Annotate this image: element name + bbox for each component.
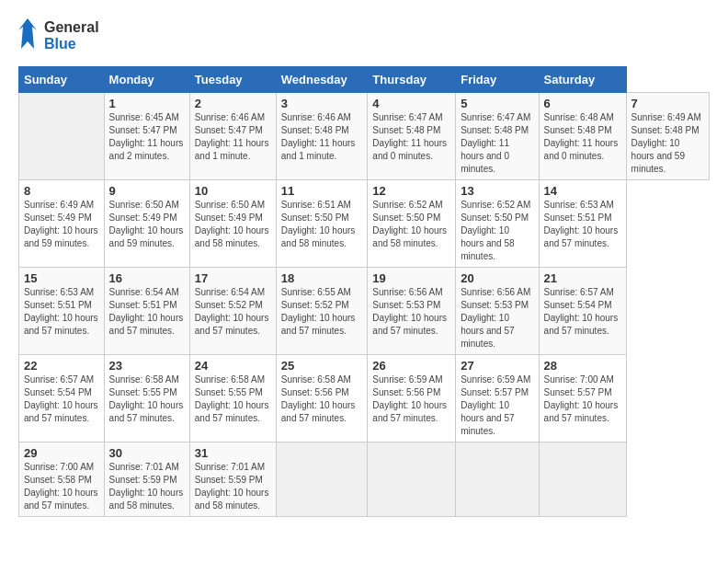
calendar-cell: 28Sunrise: 7:00 AM Sunset: 5:57 PM Dayli… — [539, 355, 626, 442]
calendar-cell: 31Sunrise: 7:01 AM Sunset: 5:59 PM Dayli… — [189, 442, 276, 517]
day-info: Sunrise: 6:48 AM Sunset: 5:48 PM Dayligh… — [544, 111, 621, 163]
calendar-week-row: 15Sunrise: 6:53 AM Sunset: 5:51 PM Dayli… — [19, 268, 710, 355]
day-number: 31 — [195, 446, 271, 460]
day-number: 16 — [109, 271, 185, 285]
day-number: 9 — [109, 184, 185, 198]
day-number: 3 — [281, 97, 363, 110]
day-number: 28 — [544, 359, 621, 373]
calendar-cell — [539, 442, 626, 517]
calendar-header-row: SundayMondayTuesdayWednesdayThursdayFrid… — [19, 67, 710, 93]
day-number: 27 — [461, 359, 533, 373]
calendar-week-row: 1Sunrise: 6:45 AM Sunset: 5:47 PM Daylig… — [19, 93, 710, 180]
day-info: Sunrise: 6:57 AM Sunset: 5:54 PM Dayligh… — [24, 373, 99, 425]
calendar-cell: 10Sunrise: 6:50 AM Sunset: 5:49 PM Dayli… — [189, 180, 276, 268]
day-number: 25 — [281, 359, 363, 373]
day-number: 23 — [109, 359, 185, 373]
calendar-cell — [276, 442, 368, 517]
calendar-cell: 3Sunrise: 6:46 AM Sunset: 5:48 PM Daylig… — [276, 93, 368, 180]
calendar-cell: 2Sunrise: 6:46 AM Sunset: 5:47 PM Daylig… — [189, 93, 276, 180]
calendar-table: SundayMondayTuesdayWednesdayThursdayFrid… — [18, 66, 710, 517]
day-info: Sunrise: 6:56 AM Sunset: 5:53 PM Dayligh… — [372, 286, 450, 338]
calendar-day-header: Thursday — [368, 67, 456, 93]
day-info: Sunrise: 6:47 AM Sunset: 5:48 PM Dayligh… — [461, 111, 533, 176]
calendar-cell: 8Sunrise: 6:49 AM Sunset: 5:49 PM Daylig… — [19, 180, 105, 268]
calendar-week-row: 22Sunrise: 6:57 AM Sunset: 5:54 PM Dayli… — [19, 355, 710, 442]
calendar-week-row: 29Sunrise: 7:00 AM Sunset: 5:58 PM Dayli… — [19, 442, 710, 517]
day-number: 17 — [195, 271, 271, 285]
calendar-cell: 27Sunrise: 6:59 AM Sunset: 5:57 PM Dayli… — [456, 355, 539, 442]
day-info: Sunrise: 6:57 AM Sunset: 5:54 PM Dayligh… — [544, 286, 621, 338]
calendar-cell — [456, 442, 539, 517]
calendar-cell: 1Sunrise: 6:45 AM Sunset: 5:47 PM Daylig… — [104, 93, 189, 180]
calendar-cell: 19Sunrise: 6:56 AM Sunset: 5:53 PM Dayli… — [368, 268, 456, 355]
day-info: Sunrise: 7:00 AM Sunset: 5:58 PM Dayligh… — [24, 461, 99, 512]
calendar-cell — [19, 93, 105, 180]
calendar-day-header: Tuesday — [189, 67, 276, 93]
day-number: 26 — [372, 359, 450, 373]
day-info: Sunrise: 6:59 AM Sunset: 5:57 PM Dayligh… — [461, 373, 533, 438]
day-info: Sunrise: 6:52 AM Sunset: 5:50 PM Dayligh… — [372, 199, 450, 250]
calendar-cell: 26Sunrise: 6:59 AM Sunset: 5:56 PM Dayli… — [368, 355, 456, 442]
calendar-day-header: Wednesday — [276, 67, 368, 93]
calendar-cell: 21Sunrise: 6:57 AM Sunset: 5:54 PM Dayli… — [539, 268, 626, 355]
day-number: 13 — [461, 184, 533, 198]
svg-text:General: General — [44, 19, 99, 35]
calendar-cell: 22Sunrise: 6:57 AM Sunset: 5:54 PM Dayli… — [19, 355, 105, 442]
calendar-cell: 15Sunrise: 6:53 AM Sunset: 5:51 PM Dayli… — [19, 268, 105, 355]
day-info: Sunrise: 6:49 AM Sunset: 5:49 PM Dayligh… — [24, 199, 99, 250]
calendar-day-header: Saturday — [539, 67, 626, 93]
calendar-cell: 7Sunrise: 6:49 AM Sunset: 5:48 PM Daylig… — [626, 93, 709, 180]
day-number: 21 — [544, 271, 621, 285]
logo-svg: GeneralBlue — [18, 14, 129, 55]
calendar-cell: 17Sunrise: 6:54 AM Sunset: 5:52 PM Dayli… — [189, 268, 276, 355]
day-number: 19 — [372, 271, 450, 285]
day-info: Sunrise: 6:49 AM Sunset: 5:48 PM Dayligh… — [631, 111, 704, 176]
calendar-cell: 30Sunrise: 7:01 AM Sunset: 5:59 PM Dayli… — [104, 442, 189, 517]
day-number: 2 — [195, 97, 271, 110]
day-info: Sunrise: 6:53 AM Sunset: 5:51 PM Dayligh… — [544, 199, 621, 250]
day-info: Sunrise: 6:51 AM Sunset: 5:50 PM Dayligh… — [281, 199, 363, 250]
day-info: Sunrise: 6:53 AM Sunset: 5:51 PM Dayligh… — [24, 286, 99, 338]
day-number: 14 — [544, 184, 621, 198]
calendar-cell: 24Sunrise: 6:58 AM Sunset: 5:55 PM Dayli… — [189, 355, 276, 442]
day-info: Sunrise: 7:01 AM Sunset: 5:59 PM Dayligh… — [109, 461, 185, 512]
day-number: 8 — [24, 184, 99, 198]
day-number: 1 — [109, 97, 185, 110]
calendar-day-header: Friday — [456, 67, 539, 93]
svg-marker-2 — [18, 18, 37, 49]
logo: GeneralBlue — [18, 14, 129, 55]
calendar-cell: 29Sunrise: 7:00 AM Sunset: 5:58 PM Dayli… — [19, 442, 105, 517]
day-number: 30 — [109, 446, 185, 460]
day-number: 4 — [372, 97, 450, 110]
svg-text:Blue: Blue — [44, 36, 76, 52]
day-info: Sunrise: 6:58 AM Sunset: 5:56 PM Dayligh… — [281, 373, 363, 425]
page-container: GeneralBlue SundayMondayTuesdayWednesday… — [0, 0, 728, 526]
calendar-cell: 14Sunrise: 6:53 AM Sunset: 5:51 PM Dayli… — [539, 180, 626, 268]
header: GeneralBlue — [18, 14, 710, 55]
day-info: Sunrise: 7:01 AM Sunset: 5:59 PM Dayligh… — [195, 461, 271, 512]
day-info: Sunrise: 6:55 AM Sunset: 5:52 PM Dayligh… — [281, 286, 363, 338]
day-info: Sunrise: 6:45 AM Sunset: 5:47 PM Dayligh… — [109, 111, 185, 163]
day-info: Sunrise: 6:50 AM Sunset: 5:49 PM Dayligh… — [109, 199, 185, 250]
day-number: 5 — [461, 97, 533, 110]
calendar-day-header: Sunday — [19, 67, 105, 93]
calendar-cell: 9Sunrise: 6:50 AM Sunset: 5:49 PM Daylig… — [104, 180, 189, 268]
calendar-cell: 5Sunrise: 6:47 AM Sunset: 5:48 PM Daylig… — [456, 93, 539, 180]
day-info: Sunrise: 6:52 AM Sunset: 5:50 PM Dayligh… — [461, 199, 533, 263]
calendar-cell: 13Sunrise: 6:52 AM Sunset: 5:50 PM Dayli… — [456, 180, 539, 268]
day-info: Sunrise: 7:00 AM Sunset: 5:57 PM Dayligh… — [544, 373, 621, 425]
calendar-cell: 16Sunrise: 6:54 AM Sunset: 5:51 PM Dayli… — [104, 268, 189, 355]
day-number: 18 — [281, 271, 363, 285]
day-number: 11 — [281, 184, 363, 198]
day-info: Sunrise: 6:50 AM Sunset: 5:49 PM Dayligh… — [195, 199, 271, 250]
day-info: Sunrise: 6:56 AM Sunset: 5:53 PM Dayligh… — [461, 286, 533, 350]
day-number: 22 — [24, 359, 99, 373]
day-info: Sunrise: 6:46 AM Sunset: 5:47 PM Dayligh… — [195, 111, 271, 163]
calendar-cell — [368, 442, 456, 517]
day-info: Sunrise: 6:58 AM Sunset: 5:55 PM Dayligh… — [109, 373, 185, 425]
calendar-cell: 23Sunrise: 6:58 AM Sunset: 5:55 PM Dayli… — [104, 355, 189, 442]
calendar-cell: 6Sunrise: 6:48 AM Sunset: 5:48 PM Daylig… — [539, 93, 626, 180]
day-info: Sunrise: 6:58 AM Sunset: 5:55 PM Dayligh… — [195, 373, 271, 425]
day-number: 20 — [461, 271, 533, 285]
day-number: 24 — [195, 359, 271, 373]
